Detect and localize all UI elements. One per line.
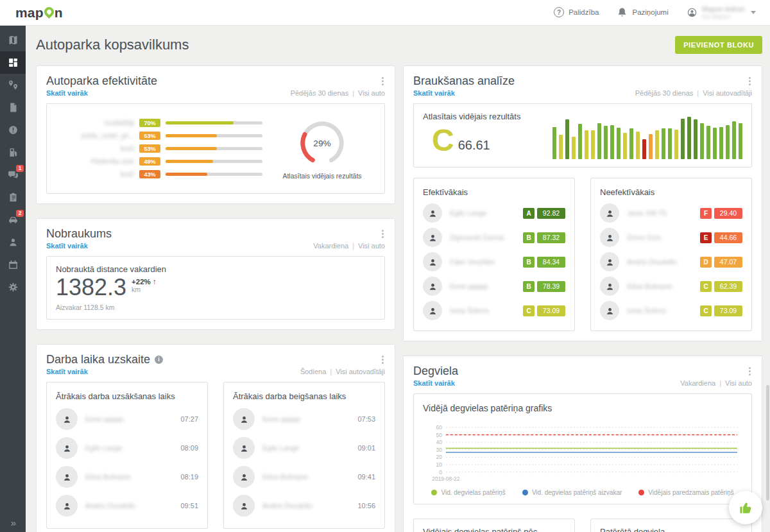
sidebar-item-reports[interactable]: [0, 96, 26, 119]
grade-bar: [719, 127, 723, 159]
period-filter[interactable]: Pēdējās 30 dienas: [291, 89, 349, 97]
see-more-link[interactable]: Skatīt vairāk: [413, 379, 455, 387]
scope-filter[interactable]: Visi autovadītāji: [703, 89, 752, 97]
list-item[interactable]: Andris Doudello10:56: [233, 492, 375, 520]
list-item[interactable]: Iveta ŠoferisC73.09: [600, 298, 742, 323]
legend-item[interactable]: Vid. degvielas patēriņš aizvakar: [522, 489, 622, 496]
feedback-button[interactable]: [729, 491, 762, 524]
list-item[interactable]: Andris Doudello09:51: [56, 492, 198, 520]
svg-text:0: 0: [439, 469, 442, 476]
card-menu-button[interactable]: [746, 365, 753, 378]
user-menu[interactable]: Mapon Admin SIA Mapon: [687, 5, 756, 20]
sidebar-item-map[interactable]: [0, 29, 26, 51]
grade-bar: [572, 137, 576, 159]
grade-bar: [674, 130, 678, 159]
sidebar-item-messages[interactable]: 1: [0, 164, 26, 186]
grade-bar: [578, 124, 582, 159]
notifications-button[interactable]: Paziņojumi: [617, 7, 668, 18]
scope-filter[interactable]: Visi auto: [725, 379, 752, 387]
card-menu-button[interactable]: [379, 74, 386, 88]
list-item[interactable]: Andris DoudelloD47.07: [600, 250, 742, 274]
list-item[interactable]: Egils Lange09:01: [233, 434, 375, 463]
score-badge: 29.40: [714, 208, 742, 219]
grade-badge: A: [523, 208, 535, 219]
sidebar-item-dashboard[interactable]: [0, 51, 26, 74]
card-title: Nobraukums: [46, 227, 112, 241]
mapon-logo[interactable]: mapn: [15, 5, 63, 21]
scrollbar-thumb[interactable]: [766, 385, 769, 501]
grade-badge: B: [523, 281, 535, 292]
list-item[interactable]: Egils Lange08:09: [56, 434, 198, 463]
grade-bar: [713, 128, 717, 159]
thumbs-up-icon: [739, 501, 753, 515]
time-value: 09:01: [357, 444, 375, 452]
see-more-link[interactable]: Skatīt vairāk: [413, 89, 455, 97]
list-item[interactable]: Egils LangeA92.82: [423, 201, 565, 225]
see-more-link[interactable]: Skatīt vairāk: [46, 242, 88, 250]
avatar-icon: [600, 203, 619, 223]
grade-bar-chart: [552, 114, 742, 159]
help-button[interactable]: ? Palidzība: [554, 7, 599, 17]
list-item[interactable]: Zigmunds DzenisB87.32: [423, 225, 565, 250]
sidebar-item-vehicles[interactable]: 2: [0, 209, 26, 231]
list-item[interactable]: Janis VW T5F29.40: [600, 201, 742, 225]
list-item[interactable]: Fake VeryfakeB84.34: [423, 250, 565, 274]
see-more-link[interactable]: Skatīt vairāk: [46, 89, 88, 97]
card-fleet-efficiency: Autoparka efektivitāte Skatīt vairāk Pēd…: [36, 65, 395, 204]
list-item[interactable]: Elina Bulmane08:19: [56, 463, 198, 492]
person-name: Egils Lange: [450, 209, 515, 217]
sidebar-item-drivers[interactable]: [0, 231, 26, 253]
percent-badge: 49%: [139, 157, 160, 166]
sidebar-expand-button[interactable]: »: [0, 517, 26, 528]
list-item[interactable]: Iveta ŠoferisC73.09: [423, 298, 565, 323]
grade-bar: [681, 119, 685, 159]
grade-bar: [642, 139, 646, 160]
right-column: Braukšanas analīze Skatīt vairāk Pēdējās…: [403, 65, 762, 532]
sidebar-item-calendar[interactable]: [0, 253, 26, 276]
period-filter[interactable]: Pēdējās 30 dienas: [635, 89, 694, 97]
scope-filter[interactable]: Visi autovadītāji: [336, 368, 385, 375]
sidebar-item-fuel[interactable]: [0, 141, 26, 164]
period-filter[interactable]: Vakardiena: [680, 379, 715, 387]
svg-text:29%: 29%: [313, 138, 330, 148]
grade-badge: E: [700, 232, 712, 243]
list-item[interactable]: Elina Bulmane09:41: [233, 463, 375, 492]
gear-icon: [8, 282, 19, 293]
scope-filter[interactable]: Visi auto: [358, 89, 385, 97]
sidebar-item-routes[interactable]: [0, 74, 26, 96]
card-menu-button[interactable]: [746, 74, 753, 88]
see-more-link[interactable]: Skatīt vairāk: [46, 368, 88, 375]
list-item[interactable]: Eeee ppppp07:53: [233, 405, 375, 434]
grade-bar: [604, 126, 608, 159]
period-filter[interactable]: Šodiena: [300, 368, 326, 375]
gauge-caption: Atlasītais vidējais rezultāts: [269, 172, 375, 180]
list-item[interactable]: Driver EzisE44.66: [600, 225, 742, 250]
legend-label: Vidējais paredzamais patēriņš: [648, 489, 733, 496]
svg-text:10: 10: [436, 461, 442, 468]
sidebar-item-alerts[interactable]: [0, 119, 26, 141]
list-item[interactable]: Elina BulmaneC62.39: [600, 274, 742, 298]
legend-item[interactable]: Vid. degvielas patēriņš: [431, 489, 505, 496]
avatar-icon: [423, 228, 442, 247]
efficiency-row: public_under_gri...53%: [56, 132, 269, 140]
info-icon[interactable]: i: [155, 356, 163, 364]
percent-badge: 70%: [139, 119, 160, 127]
scope-filter[interactable]: Visi auto: [358, 242, 385, 250]
legend-label: Vid. degvielas patēriņš aizvakar: [532, 489, 622, 496]
person-name: Elina Bulmane: [262, 473, 350, 481]
list-item[interactable]: Eeee pppppB78.39: [423, 274, 565, 298]
card-menu-button[interactable]: [379, 353, 386, 366]
person-name: Eeee ppppp: [262, 415, 350, 423]
list-item[interactable]: Eeee ppppp07:27: [56, 405, 198, 434]
sidebar-item-settings[interactable]: [0, 276, 26, 298]
add-block-button[interactable]: PIEVIENOT BLOKU: [675, 36, 762, 54]
person-name: Iveta Šoferis: [450, 307, 515, 314]
avatar-icon: [423, 203, 442, 223]
legend-item[interactable]: Vidējais paredzamais patēriņš: [638, 489, 733, 496]
logo-pin-icon: [42, 5, 56, 19]
sidebar-item-tasks[interactable]: [0, 186, 26, 209]
help-label: Palidzība: [569, 8, 599, 16]
card-menu-button[interactable]: [379, 227, 386, 241]
period-filter[interactable]: Vakardiena: [313, 242, 348, 250]
card-title: Darba laika uzskaitei: [46, 353, 163, 366]
